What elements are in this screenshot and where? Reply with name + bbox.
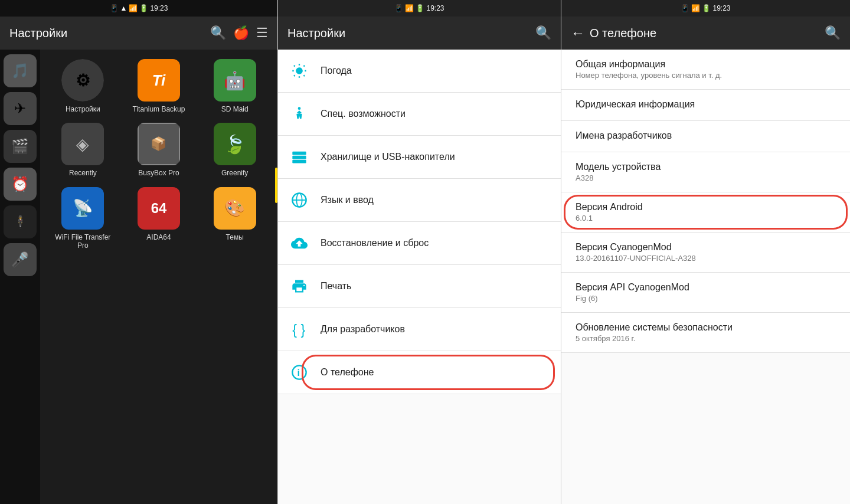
middle-search-icon[interactable]: 🔍 — [535, 25, 551, 41]
sidebar-app-5[interactable]: 🕴 — [4, 205, 37, 238]
svg-rect-4 — [292, 160, 306, 163]
settings-backup-label: Восстановление и сброс — [321, 238, 429, 248]
about-api-subtitle: Fig (6) — [576, 294, 836, 303]
app-busybox-label: BusyBox Pro — [138, 169, 179, 177]
settings-storage-label: Хранилище и USB-накопители — [321, 152, 455, 162]
app-aida64-label: AIDA64 — [146, 233, 171, 241]
svg-text:i: i — [298, 367, 300, 378]
right-status-bar: 📱 📶 🔋 19:23 — [561, 0, 850, 17]
back-button[interactable]: ← — [571, 25, 585, 41]
search-icon[interactable]: 🔍 — [210, 25, 226, 41]
left-status-icon2: ▲ — [120, 4, 128, 12]
about-item-legal[interactable]: Юридическая информация — [561, 90, 850, 121]
settings-print-label: Печать — [321, 281, 351, 292]
settings-developer-label: Для разработчиков — [321, 324, 405, 335]
svg-text:{ }: { } — [292, 322, 305, 338]
settings-list: Погода Спец. возможности Хранилище и USB… — [278, 50, 561, 504]
settings-item-weather[interactable]: Погода — [278, 50, 561, 93]
about-phone-icon: i — [287, 361, 311, 384]
r-status-icon1: 📱 — [681, 4, 689, 12]
settings-item-about[interactable]: i О телефоне — [278, 351, 561, 394]
settings-item-accessibility[interactable]: Спец. возможности — [278, 93, 561, 136]
sidebar-app-4[interactable]: ⏰ — [4, 168, 37, 201]
svg-rect-2 — [292, 152, 306, 155]
left-status-icon1: 📱 — [110, 4, 119, 12]
print-icon — [287, 274, 311, 298]
about-item-general[interactable]: Общая информация Номер телефона, уровень… — [561, 50, 850, 90]
sidebar-app-3[interactable]: 🎬 — [4, 130, 37, 163]
svg-rect-3 — [292, 156, 306, 159]
m-status-icon3: 🔋 — [416, 4, 424, 12]
app-grid: ⚙ Настройки Ti Titanium Backup 🤖 SD Maid — [40, 50, 277, 504]
right-search-icon[interactable]: 🔍 — [825, 25, 841, 41]
backup-icon — [287, 231, 311, 255]
language-icon — [287, 188, 311, 212]
accessibility-icon — [287, 102, 311, 126]
settings-language-label: Язык и ввод — [321, 195, 374, 205]
developer-icon: { } — [287, 318, 311, 341]
settings-accessibility-label: Спец. возможности — [321, 109, 406, 119]
about-item-api[interactable]: Версия API CyanogenMod Fig (6) — [561, 273, 850, 313]
middle-status-bar: 📱 📶 🔋 19:23 — [278, 0, 561, 17]
left-status-icon4: 🔋 — [139, 4, 148, 12]
menu-icon[interactable]: ☰ — [256, 25, 268, 41]
app-themes[interactable]: 🎨 Темы — [201, 187, 268, 250]
left-header-title: Настройки — [9, 27, 203, 40]
about-legal-title: Юридическая информация — [576, 99, 836, 110]
app-titanium-label: Titanium Backup — [133, 105, 185, 113]
middle-status-content: 📱 📶 🔋 19:23 — [394, 4, 444, 12]
about-api-title: Версия API CyanogenMod — [576, 282, 836, 293]
svg-point-1 — [298, 107, 301, 110]
app-greenify-label: Greenify — [221, 169, 248, 177]
storage-icon — [287, 145, 311, 169]
sidebar-app-1[interactable]: 🎵 — [4, 54, 37, 87]
app-greenify[interactable]: 🍃 Greenify — [201, 123, 268, 177]
settings-weather-label: Погода — [321, 66, 352, 76]
right-status-content: 📱 📶 🔋 19:23 — [681, 4, 730, 12]
sidebar-icons: 🎵 ✈ 🎬 ⏰ 🕴 🎤 — [0, 50, 40, 504]
about-item-devnames[interactable]: Имена разработчиков — [561, 121, 850, 152]
about-item-security[interactable]: Обновление системы безопасности 5 октябр… — [561, 313, 850, 353]
about-general-subtitle: Номер телефона, уровень сигнала и т. д. — [576, 71, 836, 80]
settings-item-developer[interactable]: { } Для разработчиков — [278, 308, 561, 351]
app-wifi-transfer[interactable]: 📡 WiFi File Transfer Pro — [50, 187, 116, 250]
app-settings[interactable]: ⚙ Настройки — [50, 59, 116, 113]
middle-panel: 📱 📶 🔋 19:23 Настройки 🔍 Погода Спец. воз… — [277, 0, 561, 504]
settings-item-backup[interactable]: Восстановление и сброс — [278, 222, 561, 265]
sidebar-app-2[interactable]: ✈ — [4, 92, 37, 125]
about-item-cyanogen[interactable]: Версия CyanogenMod 13.0-20161107-UNOFFIC… — [561, 233, 850, 273]
r-status-icon2: 📶 — [691, 4, 700, 12]
about-item-model[interactable]: Модель устройства A328 — [561, 152, 850, 192]
about-security-title: Обновление системы безопасности — [576, 322, 836, 333]
right-status-time: 19:23 — [712, 4, 730, 12]
middle-header-title: Настройки — [287, 27, 528, 40]
settings-item-storage[interactable]: Хранилище и USB-накопители — [278, 136, 561, 179]
about-list: Общая информация Номер телефона, уровень… — [561, 50, 850, 504]
r-status-icon3: 🔋 — [702, 4, 711, 12]
app-aida64[interactable]: 64 AIDA64 — [126, 187, 192, 250]
middle-header: Настройки 🔍 — [278, 17, 561, 50]
settings-item-print[interactable]: Печать — [278, 265, 561, 308]
m-status-icon1: 📱 — [394, 4, 403, 12]
svg-point-0 — [296, 67, 303, 74]
app-busybox[interactable]: 📦 BusyBox Pro — [126, 123, 192, 177]
app-sdmaid-label: SD Maid — [221, 105, 249, 113]
app-wifi-label: WiFi File Transfer Pro — [50, 233, 116, 250]
left-panel: 📱 ▲ 📶 🔋 19:23 Настройки 🔍 🍎 ☰ 🎵 ✈ 🎬 ⏰ 🕴 … — [0, 0, 277, 504]
left-status-icon3: 📶 — [129, 4, 138, 12]
middle-status-time: 19:23 — [426, 4, 444, 12]
app-sdmaid[interactable]: 🤖 SD Maid — [201, 59, 268, 113]
apple-icon[interactable]: 🍎 — [233, 25, 249, 41]
sidebar-app-6[interactable]: 🎤 — [4, 243, 37, 276]
app-recently-label: Recently — [69, 169, 97, 177]
app-grid-container: 🎵 ✈ 🎬 ⏰ 🕴 🎤 ⚙ Настройки Ti — [0, 50, 277, 504]
about-model-title: Модель устройства — [576, 162, 836, 172]
about-cyanogen-title: Версия CyanogenMod — [576, 242, 836, 253]
settings-item-language[interactable]: Язык и ввод — [278, 179, 561, 222]
app-titanium[interactable]: Ti Titanium Backup — [126, 59, 192, 113]
about-item-android[interactable]: Версия Android 6.0.1 — [561, 192, 850, 233]
about-general-title: Общая информация — [576, 59, 836, 70]
app-recently[interactable]: ◈ Recently — [50, 123, 116, 177]
app-settings-label: Настройки — [66, 105, 100, 113]
right-panel: 📱 📶 🔋 19:23 ← О телефоне 🔍 Общая информа… — [561, 0, 850, 504]
